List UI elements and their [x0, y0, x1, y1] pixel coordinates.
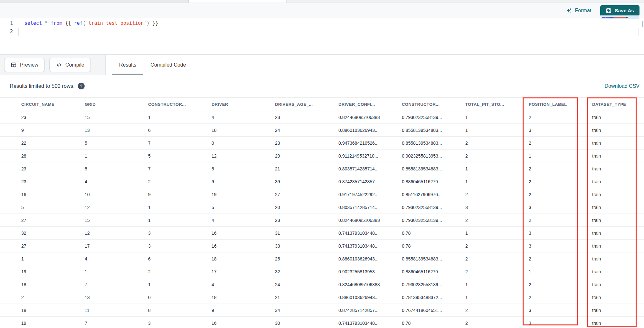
table-cell: 0.8860103626943...	[338, 256, 402, 261]
editor-tab-segment[interactable]	[0, 0, 94, 3]
column-header-constructor[interactable]: CONSTRUCTOR...	[402, 102, 465, 107]
table-cell: 1	[21, 256, 85, 261]
table-row: 191217320.9023255813953...0.886046511627…	[0, 265, 644, 278]
column-header-constructor[interactable]: CONSTRUCTOR...	[148, 102, 212, 107]
table-cell: train	[592, 308, 644, 313]
results-limit-label: Results limited to 500 rows.	[10, 83, 75, 89]
table-cell: 1	[465, 115, 529, 120]
preview-button[interactable]: Preview	[4, 58, 45, 72]
table-cell: train	[592, 179, 644, 184]
table-cell: train	[592, 269, 644, 274]
table-row: 23429390.8742857142857...0.8860465116279…	[0, 175, 644, 188]
table-cell: 2	[529, 256, 592, 261]
table-cell: 12	[212, 153, 275, 159]
table-cell: 0.8558139534883...	[402, 166, 465, 171]
table-cell: 27	[275, 192, 338, 197]
table-cell: 3	[148, 231, 212, 236]
tab-results[interactable]: Results	[112, 55, 143, 75]
column-header-circuit-name[interactable]: CIRCUIT_NAME	[21, 102, 85, 107]
table-cell: 2	[465, 192, 529, 197]
table-cell: 16	[212, 321, 275, 326]
table-cell: 0.8860465116279...	[402, 269, 465, 274]
table-cell: 0.824468085106383	[338, 115, 402, 120]
editor-tab-segment-active[interactable]	[189, 0, 287, 3]
code-token-keyword: from	[51, 20, 62, 26]
table-cell: 0	[212, 141, 275, 146]
table-cell: 2	[529, 141, 592, 146]
tab-compiled-code-label: Compiled Code	[150, 62, 186, 68]
table-row: 3212316310.7413793103448...0.7813train	[0, 227, 644, 240]
code-token-keyword: select	[24, 20, 42, 26]
table-cell: 18	[212, 295, 275, 300]
table-cell: 0.824468085106383	[338, 282, 402, 287]
editor-minimap[interactable]	[601, 15, 639, 19]
table-row: 181189340.8742857142857...0.767441860465…	[0, 304, 644, 317]
table-cell: 1	[148, 115, 212, 120]
table-cell: 3	[529, 308, 592, 313]
results-meta-row: Results limited to 500 rows. ? Download …	[0, 75, 644, 97]
compile-button[interactable]: Compile	[49, 58, 91, 72]
help-icon[interactable]: ?	[78, 83, 85, 89]
table-cell: train	[592, 115, 644, 120]
table-cell: 17	[85, 243, 148, 249]
table-cell: 6	[148, 256, 212, 261]
table-cell: 2	[529, 192, 592, 197]
table-cell: 5	[212, 205, 275, 210]
editor-toolbar: Format Save As	[0, 3, 644, 18]
editor-scrollbar[interactable]	[642, 21, 643, 27]
table-cell: 2	[465, 321, 529, 326]
save-as-button[interactable]: Save As	[600, 5, 639, 16]
table-cell: 19	[21, 269, 85, 274]
table-cell: 3	[465, 205, 529, 210]
table-row: 22570230.9473684210526...0.8558139534883…	[0, 137, 644, 150]
table-row: 23575210.8035714285714...0.8558139534883…	[0, 162, 644, 175]
sql-editor[interactable]: 1 2 select * from {{ ref('train_test_pos…	[0, 18, 644, 54]
code-token-plain	[48, 20, 51, 26]
table-cell: 2	[465, 269, 529, 274]
table-cell: 2	[529, 179, 592, 184]
table-cell: 13	[85, 295, 148, 300]
compile-label: Compile	[65, 62, 84, 68]
table-cell: 2	[21, 295, 85, 300]
table-cell: 0.9023255813953...	[338, 269, 402, 274]
code-token-plain	[42, 20, 45, 26]
table-row: 1610919270.9171974522292...0.85116279069…	[0, 188, 644, 201]
table-cell: 0.7930232558139...	[402, 115, 465, 120]
table-cell: 2	[465, 308, 529, 313]
table-row: 18714240.8244680851063830.7930232558139.…	[0, 278, 644, 291]
table-row: 51215200.8035714285714...0.7930232558139…	[0, 201, 644, 214]
table-cell: 24	[275, 128, 338, 133]
table-cell: train	[592, 166, 644, 171]
table-cell: 7	[85, 282, 148, 287]
table-cell: 34	[275, 308, 338, 313]
results-actionbar: Preview Compile Results Compiled Code	[0, 55, 644, 75]
column-header-driver[interactable]: DRIVER	[212, 102, 275, 107]
column-header-position-label[interactable]: POSITION_LABEL	[529, 102, 592, 107]
table-cell: train	[592, 218, 644, 223]
table-cell: 0.7413793103448...	[338, 321, 402, 326]
table-cell: 5	[21, 205, 85, 210]
column-header-dataset-type[interactable]: DATASET_TYPE	[592, 102, 644, 107]
column-header-driver-confi[interactable]: DRIVER_CONFI...	[338, 102, 402, 107]
table-cell: 27	[21, 243, 85, 249]
column-header-drivers-age[interactable]: DRIVERS_AGE_...	[275, 102, 338, 107]
table-cell: 18	[212, 256, 275, 261]
table-cell: 1	[148, 205, 212, 210]
table-cell: 7	[85, 321, 148, 326]
column-header-grid[interactable]: GRID	[85, 102, 148, 107]
download-csv-link[interactable]: Download CSV	[605, 83, 640, 89]
table-cell: 9	[148, 192, 212, 197]
table-cell: 5	[85, 166, 148, 171]
results-table: CIRCUIT_NAMEGRIDCONSTRUCTOR...DRIVERDRIV…	[0, 97, 644, 328]
column-header-total-pit-sto[interactable]: TOTAL_PIT_STO...	[465, 102, 529, 107]
format-button[interactable]: Format	[566, 7, 592, 14]
table-cell: 16	[21, 192, 85, 197]
format-sparkles-icon	[566, 7, 572, 14]
tab-compiled-code[interactable]: Compiled Code	[143, 55, 193, 75]
table-cell: 2	[465, 256, 529, 261]
table-row: 271514230.8244680851063830.7930232558139…	[0, 214, 644, 227]
table-cell: 1	[148, 218, 212, 223]
line-number-1: 1	[0, 20, 13, 26]
editor-tab-segment[interactable]	[94, 0, 189, 3]
table-cell: 24	[275, 282, 338, 287]
